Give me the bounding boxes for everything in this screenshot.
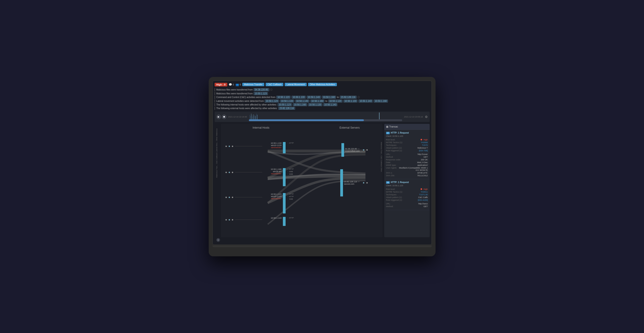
protocol-smb-2: → SMB [286, 173, 294, 175]
ip-tag: 10.50.1.143 [358, 100, 373, 102]
alert-line-5: The following internal hosts were affect… [214, 103, 430, 106]
alert-line-6: The following external hosts were affect… [214, 107, 430, 110]
alert-line-1: Malicious files were transferred from 54… [214, 88, 430, 92]
detail-url-57: URL: http://cover [386, 153, 428, 156]
detail-mitre-59: MITRE Tactics (1): TA0011 [386, 191, 428, 193]
detail-rule-59: Rule triggered (1): [DDI-4155] [386, 199, 428, 201]
trans-type-57: HTTP: 1 Request [390, 132, 409, 134]
trans-client-59: Client: 10.50.1.123 [386, 184, 428, 187]
ip-tag: 10.50.1.143 [323, 103, 338, 106]
detail-attack-59: Attack pattern (1): C&C Callb [386, 196, 428, 198]
info-icon-3[interactable]: ⓘ [358, 96, 360, 99]
host-ip-1160: 10.50.1.160 [271, 168, 282, 170]
other-malicious-filter[interactable]: Other Malicious Activities [308, 83, 337, 86]
ext-name-2: secost.com [344, 183, 360, 185]
host-admin-1160: administrator [271, 172, 282, 175]
timeline-filter-icon[interactable]: ⚙ [425, 115, 428, 119]
host-ip-1143: 10.50.1.143 [271, 217, 282, 219]
host-admin-1133: administrator [271, 146, 282, 148]
ip-tag: 10.50.1.123 [278, 103, 292, 106]
date-57: Wed, 8 Dec [417, 161, 428, 164]
ext-bar-2 [340, 169, 343, 196]
ext-dot [366, 182, 368, 184]
alert-line-3: Command and Control (C&C) activities wer… [214, 96, 430, 99]
conn-dot [232, 219, 233, 220]
ip-tag: 10.50.1.123 [328, 100, 342, 102]
timeline-end: 2021-12-10 23:05:16 [404, 116, 423, 118]
detail-method-57: Method: GET [386, 156, 428, 158]
host-1160: 10.50.1.160 win2k-srv administrator → HT… [271, 168, 294, 186]
ext-ip-2: 23.82.128.116 — [344, 180, 360, 183]
ip-tag: 10.50.1.160 [293, 103, 307, 106]
right-legend-other: Other [380, 168, 382, 172]
techniques-57[interactable]: T1570 [422, 144, 428, 146]
response-57: 200 OK [421, 158, 428, 161]
host-name-1123: win10-1123 [271, 195, 282, 198]
conn-dot [226, 197, 227, 198]
ext-name-1: covermillsd.com [345, 150, 360, 152]
transaction-57[interactable]: 57 HTTP: 1 Request Client: 10.50.1.123 R… [384, 130, 430, 179]
protocol-smb: → SMB [286, 198, 294, 200]
transaction-59[interactable]: 59 HTTP: 1 Request Client: 10.50.1.123 R… [384, 179, 430, 210]
ext-dot [363, 149, 364, 150]
cnc-callback-filter[interactable]: C&C Callback [266, 83, 283, 86]
detail-risk-level-59: Risk level: High [386, 188, 428, 190]
alert-line-4: Lateral movement activities were detecte… [214, 100, 430, 102]
method-57: GET [424, 156, 428, 158]
top-bar: High - 9 💬 6 👥 8 Malicious Transfer C&C … [214, 83, 430, 86]
detail-response-57: Response code: 200 OK [386, 158, 428, 161]
detail-risk-level-57: Risk level: High [386, 138, 428, 141]
ip-tag: 10.50.1.123 [265, 100, 279, 102]
info-icon-1[interactable]: ⓘ [270, 88, 272, 92]
lateral-movement-filter[interactable]: Lateral Movement [285, 83, 306, 86]
rule-triggered-57[interactable]: [DDI-706] [419, 150, 428, 152]
host-bar-1143 [283, 217, 286, 226]
ext-bar-1 [342, 143, 344, 157]
ext-server-2: 23.82.128.116 — secost.com [340, 169, 360, 196]
trans-client-57: Client: 10.50.1.123 [386, 135, 428, 137]
right-legend-malicious: Malicious Tran... [380, 142, 382, 155]
sha256-57: 78111C912 [417, 174, 428, 177]
host-1123: 10.50.1.123 win10-1123 administrator → H… [271, 193, 294, 214]
ip-tag: 10.50.1.123 [254, 92, 268, 95]
protocol-http: → HTTP [286, 142, 294, 144]
user-icon: 👥 [236, 83, 239, 86]
malicious-transfer-filter[interactable]: Malicious Transfer [242, 83, 264, 86]
rule-triggered-59[interactable]: [DDI-4155] [418, 199, 428, 201]
right-panel: ▦ Transac 57 HTTP: 1 Request Client: 10.… [384, 124, 430, 237]
timeline-controls: ▶ ⏹ [216, 114, 226, 119]
panel-title: Transac [389, 125, 398, 128]
mitre-tactics-59[interactable]: TA0011 [421, 191, 428, 193]
table-icon: ▦ [386, 125, 388, 128]
right-legend-cnc: C&C Callback [380, 156, 382, 167]
ip-tag: 10.50.1.160 [374, 100, 388, 102]
ext-dot [366, 149, 368, 150]
host-bar-1133 [283, 142, 286, 153]
conn-dot [226, 146, 227, 147]
ip-tag: 23.82.128.116 [278, 107, 295, 110]
detail-ua-57: User-Agent: Mozilla/4.0 (compatible; MSI… [386, 167, 428, 171]
play-button[interactable]: ▶ [216, 114, 221, 119]
mitre-tactics-57[interactable]: TA0068 [421, 141, 428, 144]
url-59: http://seco [418, 202, 428, 205]
comment-count: 💬 6 [229, 83, 234, 86]
timeline-track[interactable] [249, 119, 402, 121]
left-legend: Other Malicious Lateral Mov... C&C Callb… [214, 124, 219, 237]
timeline-start: 2021-12-10 22:19:45 [228, 116, 247, 118]
legend-cnc: C&C Callback [216, 153, 218, 164]
info-button[interactable]: ℹ [216, 238, 220, 242]
conn-dot [232, 172, 233, 173]
protocol-http-1: → HTTP [286, 193, 294, 195]
stop-button[interactable]: ⏹ [222, 114, 226, 119]
ip-tag: 10.50.1.143 [295, 100, 310, 102]
severity-badge: High - 9 [214, 83, 227, 86]
techniques-59[interactable]: T1071.00 [419, 194, 428, 196]
conn-dot [229, 219, 230, 220]
host-name-1133: win10-1133 [271, 144, 282, 146]
method-59: GET [424, 205, 428, 208]
detail-sha1-57: SHA-1: DF3E1479: [386, 172, 428, 174]
internal-hosts-title: Internal Hosts [253, 126, 270, 129]
ip-tag: 10.50.1.160 [310, 100, 324, 102]
protocol-list-1160: → HTTP → SMB → SMB [286, 168, 294, 175]
protocol-list-1123: → HTTP → HTTP → SMB [286, 193, 294, 200]
